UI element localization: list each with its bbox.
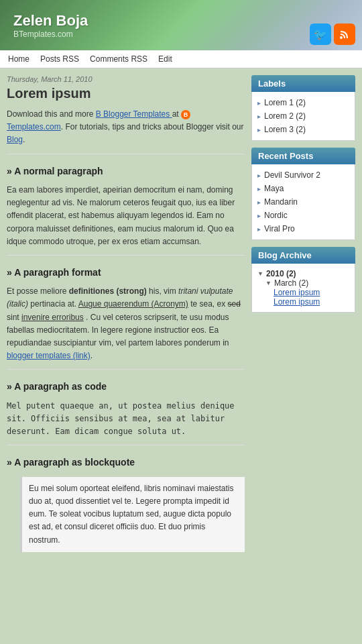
recent-post-5[interactable]: Viral Pro	[257, 222, 349, 235]
post-date: Thursday, March 11, 2010	[7, 75, 245, 83]
divider2	[7, 255, 245, 256]
section1-heading: » A normal paragraph	[7, 164, 245, 178]
section2-body: Et posse meliore definitiones (strong) h…	[7, 285, 245, 362]
navbar: Home Posts RSS Comments RSS Edit	[0, 50, 362, 68]
archive-post-2[interactable]: Lorem ipsum	[257, 297, 349, 307]
nav-comments-rss[interactable]: Comments RSS	[90, 54, 147, 64]
post-body: Download this and more B Blogger Templat…	[7, 108, 245, 552]
archive-title: Blog Archive	[251, 247, 355, 264]
section2-link[interactable]: blogger templates (link)	[7, 351, 90, 360]
section3-body: Mel putent quaeque an, ut postea melius …	[7, 400, 245, 439]
section3-code: Mel putent quaeque an, ut postea melius …	[7, 401, 235, 436]
section2-intro: Et posse meliore	[7, 286, 66, 296]
intro-text: Download this and more	[7, 109, 93, 119]
divider1	[7, 154, 245, 154]
header-icons: 🐦	[310, 23, 355, 45]
blogger-b-icon: B	[96, 109, 101, 119]
archive-post-1[interactable]: Lorem ipsum	[257, 288, 349, 297]
recent-posts-widget: Recent Posts Devil Survivor 2 Maya Manda…	[251, 148, 355, 240]
labels-widget-title: Labels	[251, 75, 355, 92]
section2-heading: » A paragraph format	[7, 265, 245, 280]
section4-heading: » A paragraph as blockquote	[7, 455, 245, 470]
site-subtitle: BTemplates.com	[13, 30, 349, 39]
rss-icon[interactable]	[334, 23, 355, 45]
blogger-logo: B	[96, 109, 103, 119]
section4-blockquote: Eu mei solum oporteat eleifend, libris n…	[20, 477, 245, 552]
labels-widget-body: Lorem 1 (2) Lorem 2 (2) Lorem 3 (2)	[251, 92, 355, 141]
label-item-2[interactable]: Lorem 2 (2)	[257, 109, 349, 123]
recent-post-3[interactable]: Mandarin	[257, 195, 349, 209]
label-link-1[interactable]: Lorem 1 (2)	[264, 98, 306, 107]
recent-posts-title: Recent Posts	[251, 148, 355, 164]
section2-underline: Augue quaerendum (Acronym)	[78, 299, 188, 309]
main-column: Thursday, March 11, 2010 Lorem ipsum Dow…	[7, 75, 245, 559]
label-link-2[interactable]: Lorem 2 (2)	[264, 111, 306, 121]
section2-underline2: invenire erroribus	[21, 313, 84, 322]
intro-paragraph: Download this and more B Blogger Templat…	[7, 108, 245, 147]
post-title: Lorem ipsum	[7, 86, 245, 101]
archive-month[interactable]: March (2)	[257, 278, 349, 288]
archive-widget: Blog Archive 2010 (2) March (2) Lorem ip…	[251, 247, 355, 313]
section2-mid3: te sea, ex	[190, 299, 227, 309]
divider4	[7, 445, 245, 445]
site-title: Zelen Boja	[13, 12, 349, 30]
label-link-3[interactable]: Lorem 3 (2)	[264, 125, 306, 134]
site-header: Zelen Boja BTemplates.com 🐦	[0, 0, 362, 50]
intro-at: at	[172, 109, 181, 119]
recent-post-1[interactable]: Devil Survivor 2	[257, 168, 349, 182]
recent-post-4[interactable]: Nordic	[257, 209, 349, 222]
section2-mid4: sint	[7, 313, 21, 322]
content-wrapper: Thursday, March 11, 2010 Lorem ipsum Dow…	[0, 68, 362, 566]
section2-mid2: pertinacia at.	[30, 299, 76, 309]
nav-home[interactable]: Home	[8, 54, 29, 64]
recent-post-2[interactable]: Maya	[257, 182, 349, 195]
templates-link[interactable]: Templates.com	[7, 122, 61, 131]
section3-heading: » A paragraph as code	[7, 379, 245, 394]
section2-mid: his, vim	[149, 286, 176, 296]
svg-point-0	[340, 36, 343, 39]
archive-body: 2010 (2) March (2) Lorem ipsum Lorem ips…	[251, 264, 355, 313]
twitter-icon[interactable]: 🐦	[310, 23, 331, 45]
labels-widget: Labels Lorem 1 (2) Lorem 2 (2) Lorem 3 (…	[251, 75, 355, 141]
archive-year-item: 2010 (2) March (2) Lorem ipsum Lorem ips…	[257, 268, 349, 308]
blogger-templates-link[interactable]: B Blogger Templates	[96, 109, 172, 119]
label-item-3[interactable]: Lorem 3 (2)	[257, 123, 349, 136]
nav-posts-rss[interactable]: Posts RSS	[40, 54, 79, 64]
sidebar: Labels Lorem 1 (2) Lorem 2 (2) Lorem 3 (…	[251, 75, 355, 319]
blogger-b-icon2: B	[181, 110, 190, 119]
section1-body: Ea eam labores imperdiet, apeirian democ…	[7, 184, 245, 248]
nav-edit[interactable]: Edit	[158, 54, 172, 64]
section2-strike: sed	[228, 299, 241, 309]
archive-year[interactable]: 2010 (2)	[257, 269, 349, 278]
label-item-1[interactable]: Lorem 1 (2)	[257, 96, 349, 109]
section2-strong: definitiones (strong)	[69, 286, 147, 296]
divider3	[7, 369, 245, 370]
blogger-logo-inline: B	[181, 109, 190, 119]
recent-posts-body: Devil Survivor 2 Maya Mandarin Nordic Vi…	[251, 164, 355, 240]
blog-link[interactable]: Blog	[7, 135, 23, 144]
